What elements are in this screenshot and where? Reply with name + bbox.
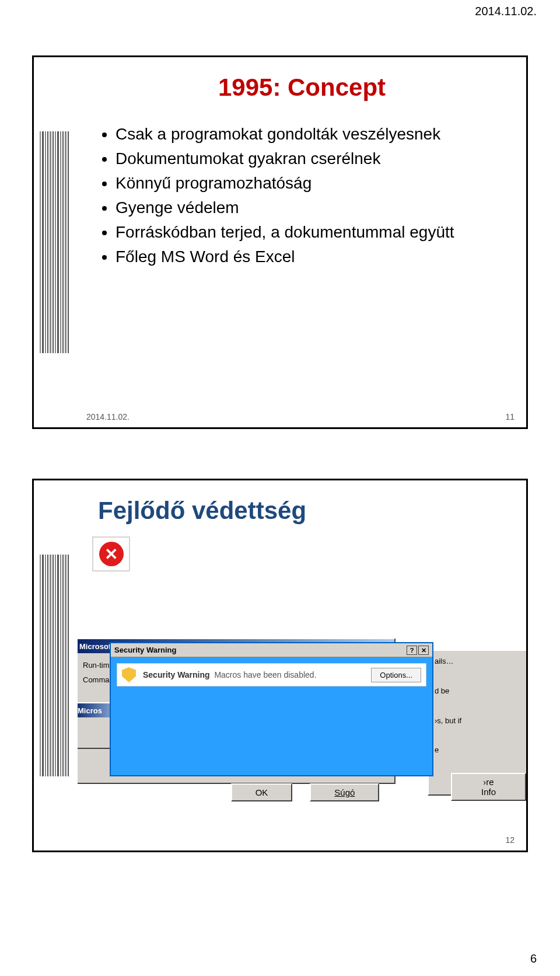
ok-button[interactable]: OK xyxy=(231,783,293,801)
slide-sidebar-graphic xyxy=(34,480,75,850)
slide-title: 1995: Concept xyxy=(92,74,512,102)
dialog-title: Micros xyxy=(78,706,102,715)
fragment-text: d be xyxy=(435,685,523,698)
slide-footer-date: 2014.11.02. xyxy=(86,412,130,421)
bullet-item: Csak a programokat gondolták veszélyesne… xyxy=(116,122,512,147)
bullet-list: Csak a programokat gondolták veszélyesne… xyxy=(116,122,512,269)
shield-icon xyxy=(122,667,136,682)
page-header-date: 2014.11.02. xyxy=(475,5,537,18)
slide-title: Fejlődő védettség xyxy=(98,497,512,525)
dialog-title: Security Warning xyxy=(114,646,176,654)
bullet-item: Forráskódban terjed, a dokumentummal egy… xyxy=(116,220,512,245)
page-number: 6 xyxy=(530,952,537,965)
bullet-item: Könnyű programozhatóság xyxy=(116,171,512,196)
bullet-item: Dokumentumokat gyakran cserélnek xyxy=(116,147,512,171)
dialog-security-warning: Security Warning ? ✕ Security Warning Ma… xyxy=(110,642,433,776)
slide-number: 12 xyxy=(505,835,514,845)
slide-2: Fejlődő védettség Microsoft \ Run-time e… xyxy=(32,479,528,852)
security-message: Security Warning Macros have been disabl… xyxy=(143,670,364,679)
slide-number: 11 xyxy=(505,412,514,421)
slide-1: 1995: Concept Csak a programokat gondolt… xyxy=(32,55,528,429)
security-message-bar: Security Warning Macros have been disabl… xyxy=(117,663,426,686)
fragment-text: ails… xyxy=(435,656,523,668)
help-button[interactable]: Súgó xyxy=(310,783,379,801)
error-x-icon: ✕ xyxy=(99,542,124,566)
help-titlebar-button[interactable]: ? xyxy=(407,646,417,655)
fragment-text: e xyxy=(435,744,523,757)
bullet-item: Főleg MS Word és Excel xyxy=(116,245,512,269)
dialog-button-row: OK Súgó xyxy=(165,780,445,804)
options-button[interactable]: Options... xyxy=(371,668,421,682)
error-icon-box: ✕ xyxy=(92,536,130,571)
help-button-label: Súgó xyxy=(334,787,355,797)
slide-sidebar-graphic xyxy=(34,57,75,427)
bullet-item: Gyenge védelem xyxy=(116,196,512,220)
fragment-text: ›s, but if xyxy=(435,715,523,727)
more-info-button[interactable]: ›re Info xyxy=(451,773,526,801)
close-titlebar-button[interactable]: ✕ xyxy=(418,646,429,655)
